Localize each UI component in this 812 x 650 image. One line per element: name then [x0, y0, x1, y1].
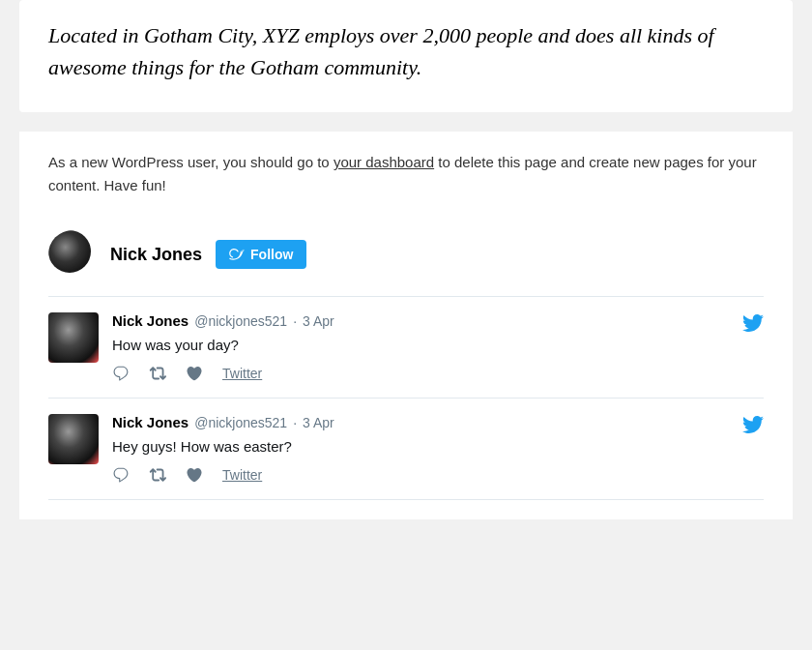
- like-action-2[interactable]: [186, 466, 203, 484]
- tweet-header-2: Nick Jones @nickjones521 · 3 Apr: [112, 414, 764, 430]
- wordpress-notice: As a new WordPress user, you should go t…: [48, 151, 764, 197]
- tweet-twitter-logo-1: [742, 312, 764, 338]
- top-card: Located in Gotham City, XYZ employs over…: [19, 0, 793, 112]
- tweet-link-2[interactable]: Twitter: [222, 467, 262, 483]
- tweet-dot-1: ·: [293, 313, 297, 329]
- tweet-date-1[interactable]: 3 Apr: [303, 313, 334, 329]
- tweet-date-2[interactable]: 3 Apr: [303, 415, 334, 430]
- tweet-twitter-logo-2: [742, 414, 764, 439]
- follow-button[interactable]: Follow: [216, 240, 306, 269]
- reply-action-1[interactable]: [112, 365, 130, 382]
- tweet-dot-2: ·: [293, 415, 297, 430]
- tweet-item-2: Nick Jones @nickjones521 · 3 Apr Hey guy…: [48, 399, 764, 500]
- tweet-name-1[interactable]: Nick Jones: [112, 312, 188, 329]
- tweet-text-1: How was your day?: [112, 335, 764, 355]
- tweet-handle-1: @nickjones521: [194, 313, 287, 329]
- tweet-name-2[interactable]: Nick Jones: [112, 414, 188, 430]
- retweet-action-2[interactable]: [149, 466, 166, 484]
- tweet-handle-2: @nickjones521: [194, 415, 287, 430]
- main-content: As a new WordPress user, you should go t…: [19, 132, 793, 519]
- follow-label: Follow: [250, 247, 293, 262]
- follow-avatar: [48, 230, 97, 279]
- reply-icon: [112, 365, 130, 382]
- follow-name: Nick Jones: [110, 245, 202, 265]
- tweet-actions-2: Twitter: [112, 466, 764, 484]
- top-card-text: Located in Gotham City, XYZ employs over…: [48, 23, 714, 79]
- like-icon: [186, 365, 203, 382]
- tweet-header-1: Nick Jones @nickjones521 · 3 Apr: [112, 312, 764, 329]
- tweet-text-2: Hey guys! How was easter?: [112, 436, 764, 457]
- like-icon-2: [186, 466, 203, 484]
- reply-icon-2: [112, 466, 130, 484]
- retweet-icon-2: [149, 466, 166, 484]
- tweet-actions-1: Twitter: [112, 365, 764, 382]
- avatar-image: [48, 230, 91, 273]
- twitter-follow-widget: Nick Jones Follow: [48, 221, 764, 297]
- retweet-icon: [149, 365, 166, 382]
- tweet-body-1: Nick Jones @nickjones521 · 3 Apr How was…: [112, 312, 764, 382]
- tweet-avatar-1: [48, 312, 99, 363]
- reply-action-2[interactable]: [112, 466, 130, 484]
- tweet-avatar-2: [48, 414, 99, 464]
- twitter-bird-icon: [229, 249, 245, 261]
- retweet-action-1[interactable]: [149, 365, 166, 382]
- tweet-body-2: Nick Jones @nickjones521 · 3 Apr Hey guy…: [112, 414, 764, 484]
- like-action-1[interactable]: [186, 365, 203, 382]
- tweet-link-1[interactable]: Twitter: [222, 366, 262, 381]
- notice-text-before: As a new WordPress user, you should go t…: [48, 154, 334, 170]
- dashboard-link[interactable]: your dashboard: [334, 154, 434, 170]
- tweet-item-1: Nick Jones @nickjones521 · 3 Apr How was…: [48, 297, 764, 399]
